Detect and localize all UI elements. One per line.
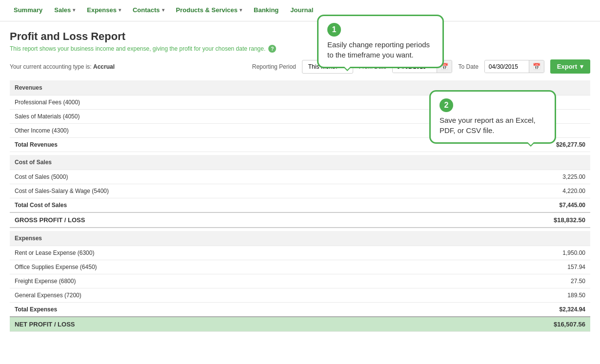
row-label: Freight Expense (6800) — [10, 274, 522, 288]
help-icon[interactable]: ? — [268, 45, 276, 53]
period-select[interactable]: This Month Last Month This Quarter This … — [302, 60, 353, 74]
row-label: Rent or Lease Expense (6300) — [10, 246, 522, 260]
export-button[interactable]: Export ▾ — [550, 59, 590, 74]
row-amount — [522, 96, 590, 110]
row-label: Sales of Materials (4050) — [10, 110, 522, 124]
nav-label-products-services: Products & Services — [176, 6, 238, 14]
page-subtitle: This report shows your business income a… — [10, 45, 590, 53]
nav-label-contacts: Contacts — [133, 6, 160, 14]
table-row: Rent or Lease Expense (6300) 1,950.00 — [10, 246, 590, 260]
section-cost-of-sales-header: Cost of Sales — [10, 155, 590, 170]
to-date-calendar-button[interactable]: 📅 — [529, 60, 544, 73]
row-label: Other Income (4300) — [10, 124, 522, 138]
to-date-input[interactable] — [485, 61, 529, 73]
nav-label-journal: Journal — [290, 6, 313, 14]
nav-item-banking[interactable]: Banking — [248, 0, 284, 21]
row-label: Office Supplies Expense (6450) — [10, 260, 522, 274]
gross-profit-label: GROSS PROFIT / LOSS — [10, 212, 522, 228]
nav-label-summary: Summary — [14, 6, 42, 14]
row-amount: 27.50 — [522, 274, 590, 288]
page-title: Profit and Loss Report — [10, 30, 590, 43]
table-row: Other Income (4300) — [10, 124, 590, 138]
table-row: Professional Fees (4000) — [10, 96, 590, 110]
from-date-label: From Date — [359, 63, 387, 70]
spacer — [10, 228, 590, 231]
chevron-down-icon: ▾ — [162, 7, 164, 13]
from-date-wrap: 📅 — [392, 60, 452, 73]
from-date-calendar-button[interactable]: 📅 — [437, 60, 452, 73]
export-caret-icon: ▾ — [580, 63, 583, 70]
total-cos-row: Total Cost of Sales $7,445.00 — [10, 198, 590, 213]
nav-item-expenses[interactable]: Expenses ▾ — [81, 0, 127, 21]
row-label: Cost of Sales (5000) — [10, 170, 522, 184]
report-table: Revenues Professional Fees (4000) Sales … — [10, 80, 590, 332]
from-date-input[interactable] — [393, 61, 437, 73]
gross-profit-row: GROSS PROFIT / LOSS $18,832.50 — [10, 212, 590, 228]
total-revenues-amount: $26,277.50 — [522, 138, 590, 152]
total-cos-label: Total Cost of Sales — [10, 198, 522, 213]
main-content: Profit and Loss Report This report shows… — [0, 21, 600, 364]
nav-item-summary[interactable]: Summary — [8, 0, 48, 21]
to-date-label: To Date — [458, 63, 478, 70]
reporting-period-label: Reporting Period — [252, 63, 296, 70]
row-amount: 3,225.00 — [522, 170, 590, 184]
section-revenues-header: Revenues — [10, 80, 590, 96]
toolbar: Your current accounting type is: Accrual… — [10, 59, 590, 74]
table-row: Sales of Materials (4050) — [10, 110, 590, 124]
table-row: Cost of Sales (5000) 3,225.00 — [10, 170, 590, 184]
nav-item-contacts[interactable]: Contacts ▾ — [127, 0, 170, 21]
total-expenses-row: Total Expenses $2,324.94 — [10, 303, 590, 317]
chevron-down-icon: ▾ — [119, 7, 121, 13]
net-profit-amount: $16,507.56 — [522, 317, 590, 332]
row-amount — [522, 110, 590, 124]
row-amount: 4,220.00 — [522, 184, 590, 198]
net-profit-label: NET PROFIT / LOSS — [10, 317, 522, 332]
accounting-type-label: Your current accounting type is: Accrual — [10, 63, 115, 70]
nav-label-expenses: Expenses — [87, 6, 117, 14]
to-date-wrap: 📅 — [484, 60, 544, 73]
nav-item-journal[interactable]: Journal — [284, 0, 319, 21]
row-label: Cost of Sales-Salary & Wage (5400) — [10, 184, 522, 198]
section-revenues-label: Revenues — [10, 80, 522, 96]
nav-item-products-services[interactable]: Products & Services ▾ — [170, 0, 248, 21]
row-label: Professional Fees (4000) — [10, 96, 522, 110]
table-row: Office Supplies Expense (6450) 157.94 — [10, 260, 590, 274]
chevron-down-icon: ▾ — [73, 7, 75, 13]
table-row: Cost of Sales-Salary & Wage (5400) 4,220… — [10, 184, 590, 198]
row-amount: 157.94 — [522, 260, 590, 274]
chevron-down-icon: ▾ — [240, 7, 242, 13]
net-profit-row: NET PROFIT / LOSS $16,507.56 — [10, 317, 590, 332]
total-expenses-label: Total Expenses — [10, 303, 522, 317]
row-label: General Expenses (7200) — [10, 288, 522, 303]
row-amount: 1,950.00 — [522, 246, 590, 260]
subtitle-text: This report shows your business income a… — [10, 45, 265, 52]
row-amount — [522, 124, 590, 138]
section-expenses-label: Expenses — [10, 231, 522, 246]
total-cos-amount: $7,445.00 — [522, 198, 590, 213]
nav-item-sales[interactable]: Sales ▾ — [48, 0, 81, 21]
nav-label-sales: Sales — [54, 6, 71, 14]
gross-profit-amount: $18,832.50 — [522, 212, 590, 228]
total-revenues-label: Total Revenues — [10, 138, 522, 152]
row-amount: 189.50 — [522, 288, 590, 303]
section-expenses-header: Expenses — [10, 231, 590, 246]
export-label: Export — [557, 63, 577, 70]
nav-bar: Summary Sales ▾ Expenses ▾ Contacts ▾ Pr… — [0, 0, 600, 21]
total-revenues-row: Total Revenues $26,277.50 — [10, 138, 590, 152]
table-row: General Expenses (7200) 189.50 — [10, 288, 590, 303]
nav-label-banking: Banking — [254, 6, 279, 14]
section-cos-label: Cost of Sales — [10, 155, 522, 170]
total-expenses-amount: $2,324.94 — [522, 303, 590, 317]
table-row: Freight Expense (6800) 27.50 — [10, 274, 590, 288]
